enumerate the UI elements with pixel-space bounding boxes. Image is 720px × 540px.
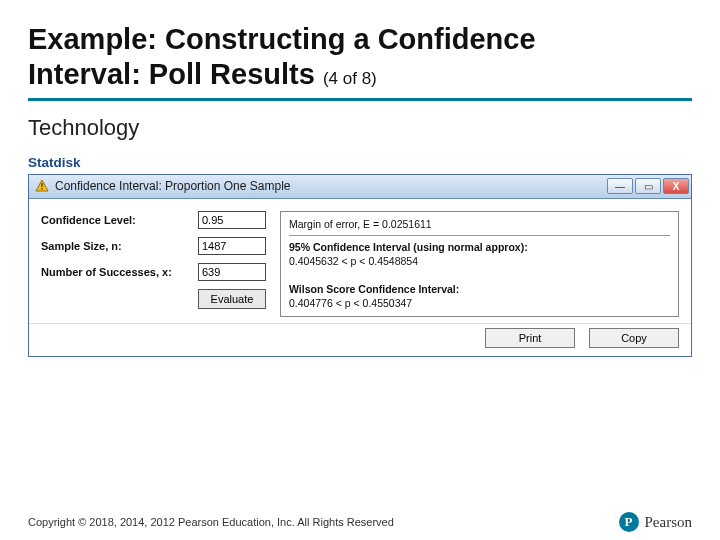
button-bar: Print Copy [29, 323, 691, 356]
window-title: Confidence Interval: Proportion One Samp… [55, 179, 605, 193]
svg-rect-2 [41, 188, 42, 189]
evaluate-button[interactable]: Evaluate [198, 289, 266, 309]
ci-header: 95% Confidence Interval (using normal ap… [289, 240, 670, 254]
input-panel: Confidence Level: Sample Size, n: Number… [41, 211, 266, 317]
confidence-input[interactable] [198, 211, 266, 229]
print-button[interactable]: Print [485, 328, 575, 348]
maximize-button[interactable]: ▭ [635, 178, 661, 194]
wilson-header: Wilson Score Confidence Interval: [289, 282, 670, 296]
copyright-text: Copyright © 2018, 2014, 2012 Pearson Edu… [28, 516, 394, 528]
ci-value: 0.4045632 < p < 0.4548854 [289, 254, 670, 268]
title-line1: Example: Constructing a Confidence [28, 23, 536, 55]
brand-logo: P Pearson [619, 512, 693, 532]
title-underline [28, 98, 692, 101]
title-line2: Interval: Poll Results [28, 58, 315, 90]
brand-mark-icon: P [619, 512, 639, 532]
minimize-button[interactable]: — [607, 178, 633, 194]
results-panel: Margin of error, E = 0.0251611 95% Confi… [280, 211, 679, 317]
titlebar[interactable]: Confidence Interval: Proportion One Samp… [29, 175, 691, 199]
successes-input[interactable] [198, 263, 266, 281]
successes-label: Number of Successes, x: [41, 266, 198, 278]
slide-title: Example: Constructing a Confidence Inter… [28, 22, 692, 92]
brand-name: Pearson [645, 514, 693, 531]
dialog-window: Confidence Interval: Proportion One Samp… [28, 174, 692, 357]
copy-button[interactable]: Copy [589, 328, 679, 348]
section-heading: Technology [28, 115, 692, 141]
confidence-label: Confidence Level: [41, 214, 198, 226]
close-button[interactable]: X [663, 178, 689, 194]
close-icon: X [673, 181, 680, 192]
sample-size-label: Sample Size, n: [41, 240, 198, 252]
page-indicator: (4 of 8) [323, 69, 377, 88]
margin-of-error: Margin of error, E = 0.0251611 [289, 217, 670, 231]
app-name: Statdisk [28, 155, 720, 170]
results-divider [289, 235, 670, 236]
sample-size-input[interactable] [198, 237, 266, 255]
minimize-icon: — [615, 181, 625, 192]
warning-icon [35, 179, 49, 193]
wilson-value: 0.404776 < p < 0.4550347 [289, 296, 670, 310]
maximize-icon: ▭ [644, 181, 653, 192]
svg-rect-1 [41, 183, 42, 187]
